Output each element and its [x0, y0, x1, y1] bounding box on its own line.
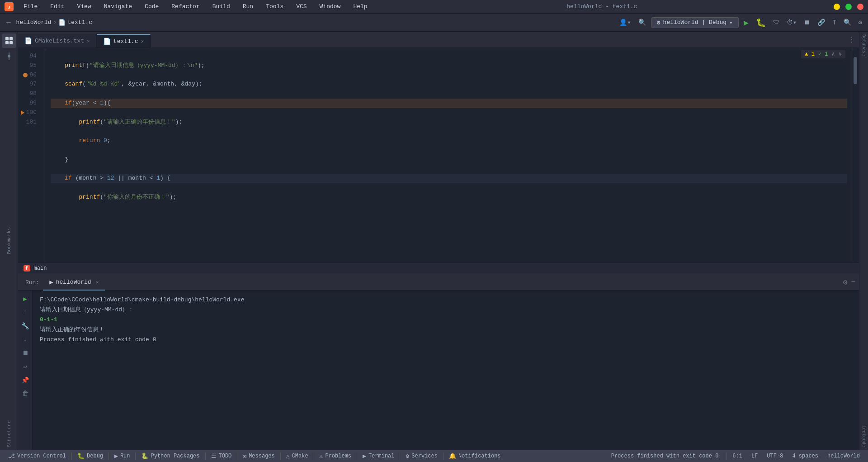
menu-window[interactable]: Window	[317, 2, 344, 11]
account-button[interactable]: 👤▾	[617, 17, 633, 28]
run-scroll-up[interactable]: ↑	[20, 307, 31, 318]
status-todo[interactable]: ☰ TODO	[207, 450, 236, 462]
tabs-overflow-button[interactable]: ⋮	[844, 35, 859, 44]
panel-tab-run[interactable]: ▶ helloWorld ✕	[43, 275, 105, 291]
menu-refactor[interactable]: Refactor	[169, 2, 202, 11]
breakpoint-96[interactable]	[23, 73, 28, 77]
python-icon: 🐍	[141, 452, 148, 460]
settings-button[interactable]: ⚙	[856, 17, 864, 28]
title-bar-controls	[834, 4, 863, 10]
debug-icon: 🐛	[77, 452, 85, 460]
status-cmake[interactable]: △ CMake	[282, 450, 313, 462]
code-scrollbar[interactable]	[853, 48, 859, 262]
project-path: helloWorld › 📄 text1.c	[16, 19, 92, 26]
minimize-button[interactable]	[834, 4, 840, 10]
tab-cmakelists-close[interactable]: ✕	[87, 38, 90, 44]
tab-cmakelists[interactable]: 📄 CMakeLists.txt ✕	[18, 34, 97, 48]
status-terminal[interactable]: ▶ Terminal	[358, 450, 399, 462]
path-separator: ›	[53, 19, 57, 26]
toolbar-back-button[interactable]: ←	[4, 17, 14, 29]
scrollbar-thumb[interactable]	[854, 57, 857, 84]
project-name[interactable]: helloWorld	[16, 19, 52, 26]
status-encoding[interactable]: UTF-8	[762, 450, 788, 462]
translate-button[interactable]: T	[830, 17, 838, 28]
ok-count: ✓ 1	[818, 51, 828, 57]
status-services[interactable]: ⚙ Services	[401, 450, 442, 462]
bookmarks-label[interactable]: Bookmarks	[6, 224, 12, 257]
status-line-separator[interactable]: LF	[747, 450, 762, 462]
run-pin-button[interactable]: 📌	[20, 375, 31, 386]
run-button[interactable]: ▶	[741, 16, 751, 29]
run-rerun-button[interactable]: ▶	[20, 293, 31, 304]
status-indent[interactable]: 4 spaces	[788, 450, 823, 462]
panel-settings-button[interactable]: ⚙	[843, 278, 848, 287]
run-terminal[interactable]: F:\CCode\CCode\helloWorld\cmake-build-de…	[33, 291, 859, 450]
menu-run[interactable]: Run	[240, 2, 256, 11]
status-sep-r1	[726, 452, 727, 460]
menu-tools[interactable]: Tools	[263, 2, 286, 11]
run-tab-close[interactable]: ✕	[96, 279, 99, 285]
nav-down[interactable]: ∨	[839, 51, 842, 57]
menu-file[interactable]: File	[21, 2, 40, 11]
code-line-97: printf("请输入正确的年份信息！");	[51, 118, 847, 127]
line-94: 94	[18, 52, 40, 61]
function-marker-bar: f main	[18, 262, 859, 273]
status-debug[interactable]: 🐛 Debug	[73, 450, 108, 462]
function-type-icon: f	[24, 265, 30, 271]
structure-label[interactable]: Structure	[6, 418, 12, 450]
todo-icon: ☰	[211, 452, 217, 460]
status-branch[interactable]: helloWorld	[823, 450, 864, 462]
status-notifications[interactable]: 🔔 Notifications	[444, 450, 505, 462]
status-problems[interactable]: ⚠ Problems	[315, 450, 356, 462]
editor-tabs: 📄 CMakeLists.txt ✕ 📄 text1.c ✕ ⋮	[18, 32, 859, 48]
menu-vcs[interactable]: VCS	[293, 2, 309, 11]
line-100: 100	[18, 108, 40, 118]
status-python-packages[interactable]: 🐍 Python Packages	[137, 450, 204, 462]
nav-up[interactable]: ∧	[832, 51, 835, 57]
menu-navigate[interactable]: Navigate	[101, 2, 135, 11]
menu-view[interactable]: View	[74, 2, 94, 11]
search-button[interactable]: 🔍	[841, 17, 854, 28]
code-content[interactable]: printf("请输入日期信息（yyyy-MM-dd）：\n"); scanf(…	[45, 48, 853, 262]
menu-code[interactable]: Code	[142, 2, 161, 11]
menu-build[interactable]: Build	[210, 2, 233, 11]
tab-text1c-close[interactable]: ✕	[141, 38, 144, 44]
run-clear-button[interactable]: 🗑	[20, 388, 31, 399]
current-file[interactable]: text1.c	[67, 19, 92, 26]
coverage-button[interactable]: 🛡	[771, 17, 782, 28]
run-wrap-button[interactable]: ↩	[20, 361, 31, 372]
status-line-col[interactable]: 6:1	[728, 450, 747, 462]
status-run[interactable]: ▶ Run	[110, 450, 134, 462]
code-line-100: if (month > 12 || month < 1) {	[51, 174, 847, 183]
text1c-icon: 📄	[103, 38, 111, 45]
status-sep-5	[237, 452, 237, 460]
sidebar-project-button[interactable]	[2, 33, 16, 48]
attach-debugger-button[interactable]: 🔗	[815, 17, 827, 28]
close-button[interactable]	[857, 4, 863, 10]
sidebar-commit-button[interactable]	[2, 49, 16, 63]
stop-button[interactable]: ⏹	[802, 17, 812, 28]
panel-minimize-button[interactable]: −	[851, 278, 855, 286]
status-version-control[interactable]: ⎇ Version Control	[4, 450, 71, 462]
profile-button[interactable]: ⏱▾	[784, 17, 799, 28]
warnings-indicator: ▲ 1 ✓ 1 ∧ ∨	[801, 50, 845, 58]
status-bar: ⎇ Version Control 🐛 Debug ▶ Run 🐍 Python…	[0, 450, 868, 462]
services-label: Services	[411, 453, 438, 459]
menu-help[interactable]: Help	[350, 2, 370, 11]
encoding-value: UTF-8	[767, 453, 783, 459]
status-sep-3	[135, 452, 136, 460]
version-control-label: Version Control	[17, 453, 66, 459]
tab-text1c[interactable]: 📄 text1.c ✕	[97, 34, 151, 48]
app-icon: J	[5, 2, 14, 11]
run-tools-button[interactable]: 🔧	[20, 320, 31, 331]
maximize-button[interactable]	[845, 4, 852, 10]
menu-edit[interactable]: Edit	[47, 2, 67, 11]
debug-button[interactable]: 🐛	[754, 16, 768, 29]
run-configuration[interactable]: ⚙ helloWorld | Debug ▾	[651, 17, 739, 28]
run-scroll-down[interactable]: ↓	[20, 334, 31, 345]
leetcode-label[interactable]: leetcode	[861, 424, 866, 449]
run-stop-button[interactable]: ⏹	[20, 348, 31, 358]
database-label[interactable]: Database	[861, 33, 866, 58]
search-everywhere-button[interactable]: 🔍	[636, 17, 648, 28]
status-messages[interactable]: ✉ Messages	[238, 450, 279, 462]
